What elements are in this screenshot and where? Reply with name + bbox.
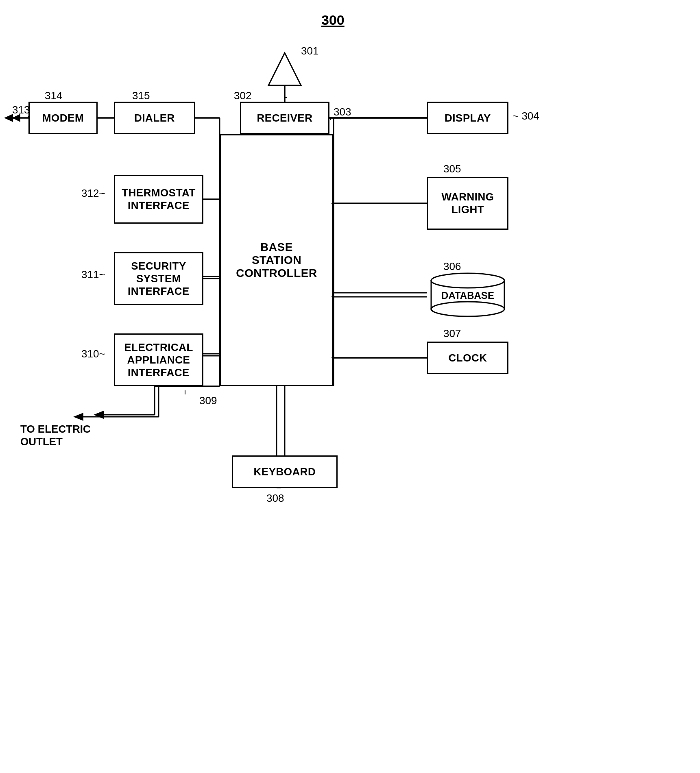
ref-307: 307	[443, 327, 461, 340]
ref-310: 310~	[81, 348, 105, 360]
svg-point-25	[431, 302, 504, 316]
svg-text:DATABASE: DATABASE	[441, 290, 494, 301]
modem-box: MODEM	[28, 102, 98, 134]
ref-315: 315	[132, 89, 150, 102]
receiver-box: RECEIVER	[240, 102, 329, 134]
svg-marker-44	[73, 413, 83, 421]
security-interface-box: SECURITYSYSTEMINTERFACE	[114, 252, 203, 305]
ref-311: 311~	[81, 268, 105, 281]
ref-301: 301	[301, 45, 318, 57]
ref-308: 308	[266, 492, 284, 505]
ref-309: 309	[199, 394, 217, 407]
database-box: DATABASE	[427, 272, 508, 321]
ref-314: 314	[45, 89, 62, 102]
keyboard-box: KEYBOARD	[232, 455, 338, 488]
svg-marker-0	[268, 53, 301, 85]
svg-marker-28	[4, 114, 13, 122]
ref-313: 313	[12, 104, 30, 116]
ref-306: 306	[443, 260, 461, 273]
ref-303: 303	[334, 106, 351, 118]
base-station-box: BASESTATIONCONTROLLER	[220, 134, 334, 386]
diagram-title: 300	[321, 12, 345, 28]
display-box: DISPLAY	[427, 102, 508, 134]
electric-outlet-label: TO ELECTRICOUTLET	[20, 423, 91, 448]
ref-304: ~ 304	[512, 110, 539, 122]
svg-point-24	[431, 273, 504, 288]
thermostat-interface-box: THERMOSTATINTERFACE	[114, 175, 203, 224]
clock-box: CLOCK	[427, 342, 508, 374]
ref-305: 305	[443, 163, 461, 175]
electrical-interface-box: ELECTRICALAPPLIANCEINTERFACE	[114, 333, 203, 386]
ref-312: 312~	[81, 187, 105, 200]
svg-marker-20	[94, 411, 104, 419]
dialer-box: DIALER	[114, 102, 195, 134]
ref-302: 302	[234, 89, 251, 102]
warning-light-box: WARNINGLIGHT	[427, 177, 508, 230]
